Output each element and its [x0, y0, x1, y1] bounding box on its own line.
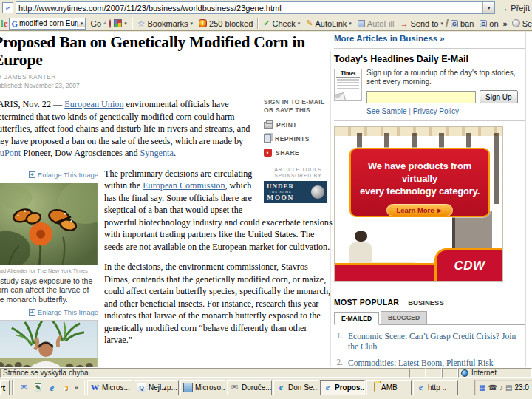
taskbar-button-http[interactable]: ehttp .. [413, 380, 458, 395]
photo-credit: Thad Allender for The New York Times [0, 267, 98, 274]
link-european-union[interactable]: European Union [64, 99, 123, 109]
signup-blurb: Sign up for a roundup of the day's top s… [366, 69, 525, 86]
taskbar-button-nejl[interactable]: QNejl.zp... [134, 380, 179, 395]
article-headline: Proposed Ban on Genetically Modified Cor… [0, 33, 332, 69]
photo-caption: A study says exposure to the corn can af… [0, 276, 98, 304]
word-find-icon: G [451, 20, 458, 27]
popular-link-1[interactable]: Economic Scene: Can’t Grasp Credit Crisi… [348, 331, 525, 352]
sign-in-label[interactable]: SIGN IN TO E-MAIL OR SAVE THIS [264, 98, 332, 115]
taskbar-button-inbox[interactable]: ✉Doruče... [227, 380, 272, 395]
word-find-icon: G [480, 20, 487, 27]
sign-up-button[interactable]: Sign Up [480, 90, 518, 103]
status-pane [426, 368, 442, 378]
status-pane [409, 368, 426, 378]
system-tray: ▦ ☎ ♪ ▤ 23:0 [474, 380, 532, 395]
status-bar: Stránce se vyskytla chyba. Internet [0, 367, 532, 378]
toolbar-separator [257, 18, 259, 29]
address-bar: e ▾ → Přejít [0, 0, 532, 16]
popup-blocker-icon: ! [199, 19, 207, 27]
search-options-button[interactable]: ▾ [111, 18, 130, 28]
popular-link-2[interactable]: Commodities: Latest Boom, Plentiful Risk [348, 358, 493, 367]
moon-icon [311, 185, 324, 199]
google-logo-fragment: le [1, 18, 7, 30]
autolink-button[interactable]: ✎AutoLink▾ [303, 18, 355, 29]
go-plus-icon: + [103, 21, 106, 26]
taskbar-clock: 23:0 [514, 383, 528, 392]
taskbar-button-word[interactable]: WMicros... [87, 380, 132, 395]
autofill-button[interactable]: AutoFill [355, 18, 398, 29]
internet-globe-icon [461, 369, 468, 377]
link-european-commission[interactable]: European Commission [143, 180, 225, 191]
search-dropdown-icon[interactable]: ▾ [77, 21, 85, 27]
article-pubdate: Published: November 23, 2007 [0, 82, 332, 89]
most-popular-title: MOST POPULAR [334, 298, 399, 307]
link-dupont[interactable]: DuPont [0, 148, 21, 158]
print-button[interactable]: PRINT [264, 121, 332, 129]
article-byline: By JAMES KANTER [0, 73, 332, 81]
taskbar-button-donse[interactable]: eDon Se... [273, 380, 318, 395]
send-arrow-icon: → [400, 19, 409, 28]
notes-quicklaunch-icon[interactable]: ✎ [35, 383, 42, 392]
sponsor-ad-under-the-same-moon[interactable]: UNDER THE SAME MOON [264, 181, 327, 203]
settings-button[interactable]: Settings [509, 18, 532, 29]
toolbar-search-input[interactable] [19, 19, 77, 27]
mail-quicklaunch-icon[interactable]: ✉ [18, 382, 30, 393]
enlarge-icon: + [29, 171, 35, 178]
volume-tray-icon[interactable]: ♪ [499, 380, 503, 395]
most-popular-tabs: E-MAILED BLOGGED [334, 311, 525, 325]
list-item: 2. Commodities: Latest Boom, Plentiful R… [334, 358, 525, 367]
media-player-quicklaunch-icon[interactable]: ▶ [64, 386, 68, 391]
windows-taskbar: Start ✉ ✎ e ▶ » WMicros... QNejl.zp... M… [0, 378, 532, 399]
internet-explorer-quicklaunch-icon[interactable]: e [47, 382, 58, 393]
most-popular: MOST POPULAR BUSINESS E-MAILED BLOGGED 1… [334, 298, 525, 367]
document-search-icon: Q [137, 383, 146, 392]
spellcheck-button[interactable]: ✓Check▾ [260, 18, 303, 29]
bookmarks-button[interactable]: ☆Bookmarks▾ [134, 18, 196, 30]
learn-more-button[interactable]: Learn More ► [386, 204, 452, 216]
network-tray-icon[interactable]: ▦ [479, 380, 485, 395]
pen-icon: ✎ [306, 18, 313, 28]
quick-launch: ✉ ✎ e ▶ » [16, 380, 81, 395]
printer-tray-icon[interactable]: ▤ [505, 380, 512, 395]
article: Proposed Ban on Genetically Modified Cor… [0, 33, 332, 367]
address-input[interactable] [16, 2, 482, 13]
email-input[interactable] [366, 91, 476, 103]
toolbar-search-box: G ▾ [9, 18, 86, 30]
see-sample-link[interactable]: See Sample [366, 107, 406, 115]
popup-blocked-button[interactable]: !250 blocked [196, 18, 256, 29]
reprints-button[interactable]: REPRINTS [264, 134, 332, 143]
toolbar-overflow-chevron[interactable]: » [503, 19, 508, 28]
address-dropdown-icon[interactable]: ▾ [482, 2, 494, 13]
modem-tray-icon[interactable]: ☎ [488, 380, 497, 395]
quicklaunch-overflow-chevron[interactable]: » [75, 384, 78, 392]
go-button[interactable]: → Přejít [499, 3, 530, 13]
share-icon: ▪ [264, 149, 272, 157]
tab-blogged[interactable]: BLOGGED [381, 311, 427, 324]
link-syngenta[interactable]: Syngenta [140, 148, 174, 158]
google-g-icon: G [10, 19, 19, 28]
privacy-policy-link[interactable]: Privacy Policy [413, 107, 459, 115]
settings-orb-icon [512, 19, 520, 27]
taskbar-button-microsoft[interactable]: Microso... [180, 380, 225, 395]
send-to-button[interactable]: →Send to▾ [398, 18, 446, 29]
enlarge-image-link-1[interactable]: +Enlarge This Image [0, 171, 98, 179]
enlarge-image-link-2[interactable]: +Enlarge This Image [0, 308, 98, 316]
address-input-wrapper: ▾ [16, 1, 495, 14]
tab-emailed[interactable]: E-MAILED [334, 312, 379, 325]
highlight-word-ban-button[interactable]: Gban [448, 18, 477, 29]
inbox-icon: ✉ [230, 383, 239, 392]
cdw-advertisement[interactable]: We have products from virtually every te… [334, 126, 503, 282]
page-content: Proposed Ban on Genetically Modified Cor… [0, 32, 532, 367]
taskbar-button-proposed-active[interactable]: ePropos... [320, 380, 365, 395]
share-button[interactable]: ▪SHARE [264, 149, 332, 157]
more-articles-link[interactable]: More Articles in Business » [334, 34, 525, 43]
taskbar-button-amb-folder[interactable]: AMB [366, 380, 412, 395]
signup-links: See Sample | Privacy Policy [366, 107, 525, 115]
search-go-button[interactable]: Go+ [87, 18, 109, 29]
start-button[interactable]: Start [0, 380, 10, 395]
rail-divider [334, 120, 525, 121]
headlines-signup: Times Sign up for a roundup of the day's… [334, 69, 525, 115]
sponsored-label: ARTICLE TOOLSSPONSORED BY [264, 167, 332, 179]
highlight-word-on-button[interactable]: Gon [477, 18, 501, 29]
cdw-logo: CDW [434, 248, 502, 281]
